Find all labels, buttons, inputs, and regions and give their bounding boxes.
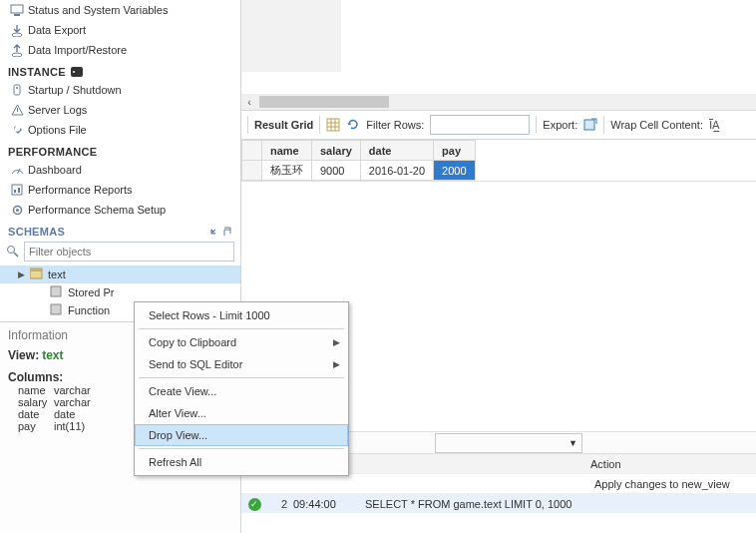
grid-icon[interactable] [326,118,340,132]
nav-label: Performance Schema Setup [28,204,166,216]
svg-rect-11 [14,190,16,193]
section-title: INSTANCE [8,66,66,78]
ctx-drop-view[interactable]: Drop View... [135,424,348,446]
nav-label: Options File [28,124,87,136]
nav-server-logs[interactable]: Server Logs [0,100,240,120]
success-icon: ✓ [248,498,261,511]
ctx-create-view[interactable]: Create View... [135,380,348,402]
schemas-tools[interactable] [210,226,234,238]
nav-dashboard[interactable]: Dashboard [0,160,240,180]
filter-rows-input[interactable] [430,115,530,135]
col-header-name[interactable]: name [262,141,312,161]
warning-icon [10,103,24,117]
svg-rect-12 [18,188,20,193]
context-menu: Select Rows - Limit 1000 Copy to Clipboa… [134,301,349,476]
col-name: pay [8,420,54,432]
refresh-icon[interactable] [346,118,360,132]
wrap-icon[interactable]: I̅A̲ [709,118,725,132]
wrench-icon [10,123,24,137]
info-title: Information [8,328,68,342]
svg-point-3 [12,53,22,57]
svg-point-2 [12,33,22,37]
nav-perf-schema[interactable]: Performance Schema Setup [0,200,240,220]
col-name: date [8,408,54,420]
ctx-label: Refresh All [149,456,201,468]
cell-name[interactable]: 杨玉环 [262,161,312,181]
submenu-arrow-icon: ▶ [333,359,340,369]
svg-point-14 [16,209,19,212]
nav-label: Startup / Shutdown [28,84,122,96]
nav-perf-reports[interactable]: Performance Reports [0,180,240,200]
log-action: Apply changes to new_view [365,478,756,490]
col-type: int(11) [54,420,85,432]
svg-rect-6 [14,85,20,95]
export-icon[interactable] [583,118,597,132]
view-label: View: [8,348,39,362]
section-title: PERFORMANCE [8,146,97,158]
col-name: salary [8,396,54,408]
menu-separator [139,448,344,449]
server-icon [70,66,84,78]
svg-rect-4 [71,67,83,77]
col-name: name [8,384,54,396]
monitor-icon [10,3,24,17]
nav-label: Server Logs [28,104,87,116]
col-type: varchar [54,384,91,396]
ctx-refresh-all[interactable]: Refresh All [135,451,348,473]
expand-arrow-icon[interactable]: ▶ [18,269,25,279]
log-row[interactable]: ✓ 2 09:44:00 SELECT * FROM game.text LIM… [241,493,756,513]
nav-label: Data Import/Restore [28,44,127,56]
col-type: date [54,408,75,420]
col-header-salary[interactable]: salary [312,141,361,161]
tree-view-text[interactable]: ▶ text [0,266,240,283]
query-editor-area[interactable]: ‹ [241,0,756,110]
ctx-send-sql[interactable]: Send to SQL Editor▶ [135,353,348,375]
result-grid[interactable]: name salary date pay 杨玉环 9000 2016-01-20… [241,140,756,182]
cell-date[interactable]: 2016-01-20 [360,161,433,181]
submenu-arrow-icon: ▶ [333,337,340,347]
nav-status-vars[interactable]: Status and System Variables [0,0,240,20]
svg-text:I̅A̲: I̅A̲ [709,119,720,132]
ctx-label: Drop View... [149,429,207,441]
ctx-label: Create View... [149,385,216,397]
svg-line-16 [14,253,18,257]
ctx-select-rows[interactable]: Select Rows - Limit 1000 [135,304,348,326]
status-icon: ✓ [241,497,267,511]
nav-data-export[interactable]: Data Export [0,20,240,40]
log-index: 2 [267,498,293,510]
export-label: Export: [543,119,577,131]
nav-options-file[interactable]: Options File [0,120,240,140]
row-header[interactable] [242,141,262,161]
horizontal-scrollbar[interactable]: ‹ [241,94,756,110]
svg-rect-18 [30,268,42,271]
result-grid-label: Result Grid [254,119,313,131]
svg-point-15 [8,247,15,254]
scroll-left-icon[interactable]: ‹ [241,96,257,108]
instance-section: INSTANCE [0,60,240,80]
ctx-label: Copy to Clipboard [149,336,236,348]
schema-filter-input[interactable] [24,242,234,262]
nav-data-import[interactable]: Data Import/Restore [0,40,240,60]
cell-pay[interactable]: 2000 [434,161,475,181]
col-header-date[interactable]: date [360,141,433,161]
search-icon [6,245,20,259]
svg-rect-0 [11,5,23,13]
ctx-copy-clipboard[interactable]: Copy to Clipboard▶ [135,331,348,353]
nav-startup[interactable]: Startup / Shutdown [0,80,240,100]
svg-point-7 [16,87,18,89]
log-action: SELECT * FROM game.text LIMIT 0, 1000 [365,498,756,510]
wrap-label: Wrap Cell Content: [610,119,703,131]
grid-data-row[interactable]: 杨玉环 9000 2016-01-20 2000 [242,161,476,181]
grid-header-row: name salary date pay [242,141,476,161]
log-row[interactable]: Apply changes to new_view [241,473,756,493]
tree-stored-procedures[interactable]: Stored Pr [0,283,240,301]
view-icon [30,267,44,281]
row-header[interactable] [242,161,262,181]
action-filter-dropdown[interactable]: ▼ [435,433,582,453]
col-header-pay[interactable]: pay [434,141,475,161]
svg-rect-10 [12,185,22,195]
ctx-alter-view[interactable]: Alter View... [135,402,348,424]
ctx-label: Alter View... [149,407,206,419]
scroll-thumb[interactable] [259,96,389,108]
cell-salary[interactable]: 9000 [312,161,361,181]
